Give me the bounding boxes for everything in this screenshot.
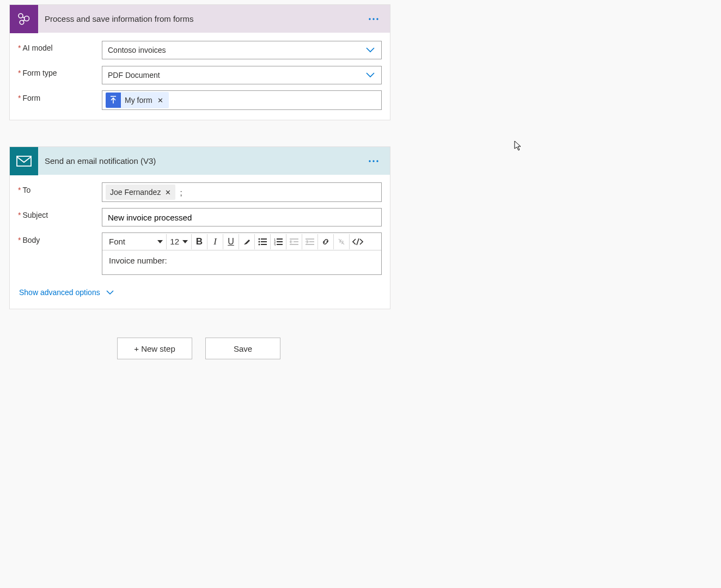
code-icon: [352, 238, 363, 246]
caret-down-icon: [157, 240, 163, 243]
caret-down-icon: [182, 240, 188, 243]
step-email-card: Send an email notification (V3) *To Joe …: [9, 146, 390, 309]
italic-button[interactable]: I: [207, 234, 223, 249]
form-token-input[interactable]: My form ✕: [102, 90, 382, 110]
svg-rect-30: [305, 244, 314, 245]
chevron-down-icon: [365, 72, 376, 78]
svg-rect-18: [261, 244, 267, 245]
svg-rect-20: [277, 238, 283, 240]
ai-icon: [10, 5, 38, 33]
step-email-title: Send an email notification (V3): [38, 156, 367, 166]
body-content[interactable]: Invoice number:: [102, 250, 381, 274]
svg-point-6: [372, 18, 374, 20]
unlink-icon: [337, 237, 346, 246]
ai-model-value: Contoso invoices: [108, 46, 166, 54]
svg-rect-25: [290, 238, 298, 240]
svg-rect-29: [309, 241, 314, 242]
to-token-remove[interactable]: ✕: [165, 188, 171, 197]
outdent-icon: [290, 238, 298, 246]
to-suffix: ;: [179, 188, 182, 197]
attachment-icon: [106, 93, 121, 108]
ellipsis-icon: [368, 160, 379, 163]
svg-rect-28: [305, 238, 314, 240]
ul-icon: [258, 238, 267, 246]
highlight-button[interactable]: [239, 234, 255, 249]
form-type-label: *Form type: [18, 65, 102, 77]
font-select[interactable]: Font: [106, 234, 167, 249]
subject-input[interactable]: [102, 208, 382, 226]
ellipsis-icon: [368, 17, 379, 21]
svg-rect-26: [294, 241, 298, 242]
new-step-button[interactable]: + New step: [117, 338, 192, 359]
to-label: *To: [18, 182, 102, 194]
svg-rect-24: [277, 244, 283, 245]
svg-point-17: [259, 243, 260, 245]
unlink-button[interactable]: [334, 234, 350, 249]
ordered-list-button[interactable]: 123: [271, 234, 286, 249]
step-ai-more-button[interactable]: [367, 15, 380, 23]
step-ai-title: Process and save information from forms: [38, 14, 367, 23]
step-email-more-button[interactable]: [367, 157, 380, 165]
save-button[interactable]: Save: [205, 338, 280, 359]
email-icon: [10, 147, 38, 175]
body-editor: Font 12 B I U: [102, 232, 382, 275]
body-label: *Body: [18, 232, 102, 244]
chevron-down-icon: [365, 47, 376, 53]
link-icon: [321, 237, 330, 246]
step-ai-card: Process and save information from forms …: [9, 4, 390, 120]
form-token-remove[interactable]: ✕: [156, 96, 164, 105]
code-view-button[interactable]: [350, 234, 365, 249]
subject-label: *Subject: [18, 207, 102, 219]
indent-button[interactable]: [302, 234, 318, 249]
form-type-select[interactable]: PDF Document: [102, 66, 382, 84]
link-button[interactable]: [318, 234, 334, 249]
svg-point-10: [369, 160, 370, 162]
form-type-value: PDF Document: [108, 71, 160, 79]
ol-icon: 123: [274, 238, 283, 246]
svg-point-12: [376, 160, 378, 162]
svg-text:3: 3: [274, 243, 276, 246]
show-advanced-options[interactable]: Show advanced options: [18, 280, 115, 299]
editor-toolbar: Font 12 B I U: [102, 233, 381, 250]
svg-point-11: [372, 160, 374, 162]
unordered-list-button[interactable]: [255, 234, 271, 249]
svg-rect-16: [261, 241, 267, 242]
svg-rect-9: [17, 156, 31, 166]
highlight-icon: [242, 237, 251, 246]
form-label: *Form: [18, 90, 102, 102]
to-token: Joe Fernandez ✕: [106, 185, 175, 200]
step-ai-header[interactable]: Process and save information from forms: [10, 4, 390, 33]
svg-point-0: [19, 14, 23, 18]
underline-button[interactable]: U: [223, 234, 239, 249]
svg-point-13: [259, 238, 260, 240]
font-size-select[interactable]: 12: [167, 234, 192, 249]
svg-rect-22: [277, 241, 283, 242]
outdent-button[interactable]: [286, 234, 302, 249]
chevron-down-icon: [106, 290, 114, 295]
svg-rect-14: [261, 238, 267, 240]
svg-point-5: [369, 18, 370, 20]
svg-rect-27: [290, 244, 298, 245]
to-input[interactable]: Joe Fernandez ✕ ;: [102, 182, 382, 202]
indent-icon: [305, 238, 314, 246]
ai-model-select[interactable]: Contoso invoices: [102, 41, 382, 59]
form-token: My form ✕: [106, 92, 169, 108]
svg-point-7: [376, 18, 378, 20]
bold-button[interactable]: B: [192, 234, 207, 249]
step-email-header[interactable]: Send an email notification (V3): [10, 146, 390, 175]
svg-point-15: [259, 241, 260, 242]
to-token-label: Joe Fernandez: [110, 188, 161, 197]
ai-model-label: *AI model: [18, 40, 102, 52]
svg-line-4: [23, 20, 26, 21]
form-token-label: My form: [125, 96, 152, 105]
